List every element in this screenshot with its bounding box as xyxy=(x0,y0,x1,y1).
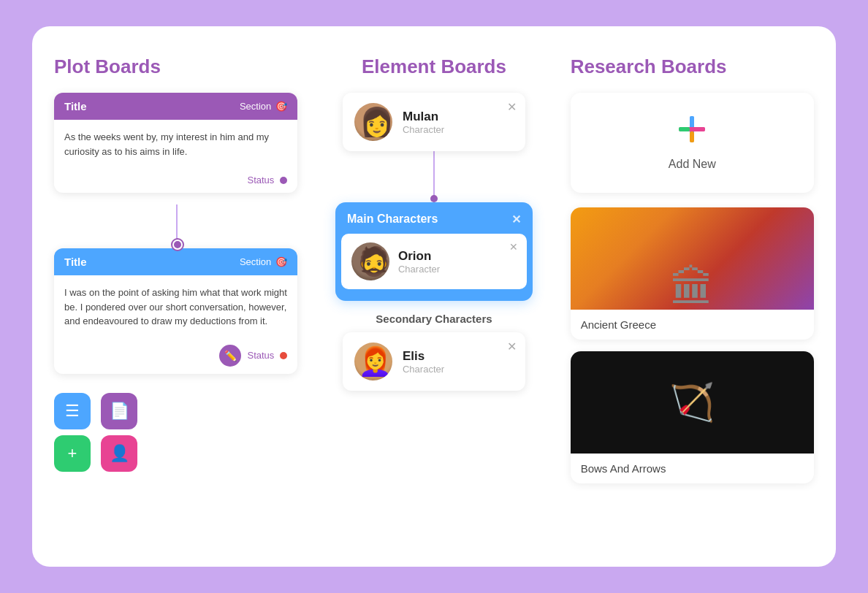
plot-column: Plot Boards Title Section 🎯 As the weeks… xyxy=(54,56,297,537)
plot-card-2: Title Section 🎯 I was on the point of as… xyxy=(54,248,297,374)
add-new-label: Add New xyxy=(669,158,716,171)
main-characters-card: Main Characters ✕ ✕ Orion Character xyxy=(335,202,533,301)
svg-rect-2 xyxy=(690,116,694,127)
elis-info: Elis Character xyxy=(403,349,444,375)
add-button[interactable]: + xyxy=(54,435,91,472)
element-boards-title: Element Boards xyxy=(362,56,506,78)
plot-card-1-status: Status xyxy=(247,175,274,185)
elis-role: Character xyxy=(403,364,444,375)
group-close-button[interactable]: ✕ xyxy=(511,213,521,226)
mulan-name: Mulan xyxy=(403,110,444,124)
plot-card-1: Title Section 🎯 As the weeks went by, my… xyxy=(54,93,297,193)
elis-avatar xyxy=(354,343,392,380)
connector-line xyxy=(54,204,297,248)
orion-role: Character xyxy=(398,264,440,275)
svg-rect-3 xyxy=(690,131,694,142)
research-boards-title: Research Boards xyxy=(571,56,814,78)
add-new-card[interactable]: Add New xyxy=(571,93,814,193)
plot-card-1-section: Section 🎯 xyxy=(240,101,287,112)
element-column: Element Boards ✕ Mulan Character Main Ch… xyxy=(312,56,555,537)
plot-card-2-section: Section 🎯 xyxy=(240,256,287,267)
user-icon: 👤 xyxy=(110,444,129,463)
vert-connector-group xyxy=(430,151,438,202)
mulan-role: Character xyxy=(403,124,444,135)
plot-card-1-title: Title xyxy=(64,100,87,112)
greece-label: Ancient Greece xyxy=(571,310,814,340)
orion-card: ✕ Orion Character xyxy=(341,234,527,289)
edit-button[interactable]: ✏️ xyxy=(219,345,241,367)
research-column: Research Boards Add New Ancient Greece xyxy=(571,56,814,537)
plot-boards-title: Plot Boards xyxy=(54,56,297,78)
add-icon: + xyxy=(68,444,77,463)
plot-card-1-body: As the weeks went by, my interest in him… xyxy=(54,120,297,169)
elis-name: Elis xyxy=(403,349,444,364)
target-icon-2: 🎯 xyxy=(275,256,287,267)
bows-arrows-card[interactable]: Bows And Arrows xyxy=(571,351,814,483)
target-icon: 🎯 xyxy=(275,101,287,112)
pencil-icon: ✏️ xyxy=(224,350,237,361)
plot-card-2-body: I was on the point of asking him what th… xyxy=(54,275,297,339)
doc-button[interactable]: 📄 xyxy=(101,393,137,429)
orion-info: Orion Character xyxy=(398,249,440,275)
colorful-plus-icon xyxy=(677,115,707,150)
plot-card-2-title: Title xyxy=(64,256,87,268)
ancient-greece-card[interactable]: Ancient Greece xyxy=(571,207,814,340)
plot-card-1-header: Title Section 🎯 xyxy=(54,93,297,120)
plot-card-2-status: Status xyxy=(247,350,274,361)
connector-dot xyxy=(430,195,438,202)
elis-card: ✕ Elis Character xyxy=(343,332,525,391)
orion-close-button[interactable]: ✕ xyxy=(509,241,518,253)
status-dot-1 xyxy=(280,177,287,184)
arrows-label: Bows And Arrows xyxy=(571,454,814,483)
orion-avatar xyxy=(351,242,389,280)
group-card-header: Main Characters ✕ xyxy=(335,202,533,234)
vert-connector xyxy=(433,151,435,195)
arrows-image xyxy=(571,351,814,454)
mulan-close-button[interactable]: ✕ xyxy=(507,100,517,114)
mulan-info: Mulan Character xyxy=(403,110,444,135)
greece-image xyxy=(571,207,814,310)
plot-card-2-header: Title Section 🎯 xyxy=(54,248,297,275)
mulan-card: ✕ Mulan Character xyxy=(343,93,525,151)
list-button[interactable]: ☰ xyxy=(54,393,91,429)
plot-card-1-footer: Status xyxy=(54,169,297,193)
group-card-title: Main Characters xyxy=(347,213,438,226)
main-container: Plot Boards Title Section 🎯 As the weeks… xyxy=(32,26,836,567)
svg-rect-4 xyxy=(679,127,690,131)
mulan-avatar xyxy=(354,103,392,141)
orion-name: Orion xyxy=(398,249,440,264)
status-dot-2 xyxy=(280,352,287,359)
user-button[interactable]: 👤 xyxy=(101,435,137,472)
doc-icon: 📄 xyxy=(110,402,129,421)
elis-close-button[interactable]: ✕ xyxy=(507,340,517,353)
secondary-characters-label: Secondary Characters xyxy=(376,313,492,325)
toolbar: ☰ 📄 + 👤 xyxy=(54,393,142,472)
plot-card-2-footer: ✏️ Status xyxy=(54,339,297,374)
svg-rect-5 xyxy=(694,127,705,131)
list-icon: ☰ xyxy=(65,402,80,421)
